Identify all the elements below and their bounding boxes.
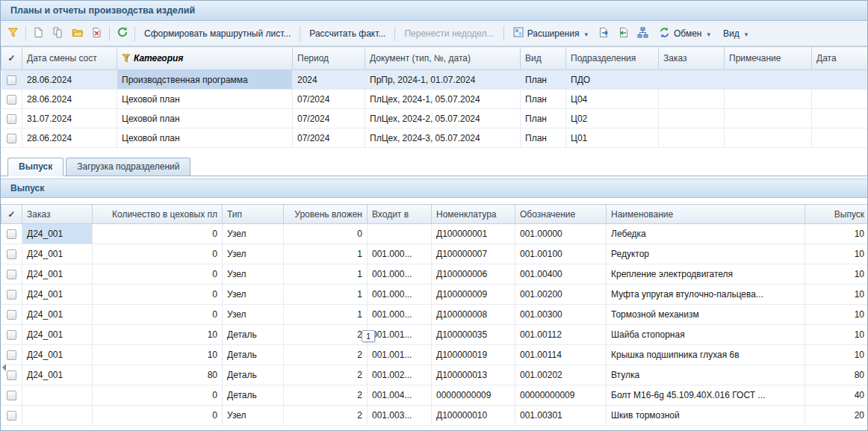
column-header[interactable]: Выпуск (805, 205, 868, 224)
table-cell[interactable]: Шкив тормозной (607, 406, 805, 426)
table-cell[interactable]: 2 (284, 345, 368, 365)
table-cell[interactable] (725, 90, 812, 109)
route-sheet-button[interactable]: Сформировать маршрутный лист... (139, 25, 296, 42)
row-select-cell[interactable] (1, 224, 22, 244)
column-header[interactable]: Заказ (22, 205, 93, 224)
table-cell[interactable]: Д100000035 (432, 325, 515, 345)
row-checkbox[interactable] (7, 350, 16, 360)
table-cell[interactable]: 00000000009 (515, 385, 607, 406)
row-select-cell[interactable] (1, 264, 22, 285)
row-checkbox[interactable] (7, 114, 16, 124)
row-select-cell[interactable] (1, 90, 22, 109)
output-row[interactable]: 0Деталь2001.004...0000000000900000000009… (1, 385, 868, 406)
extensions-button[interactable]: Расширения (508, 24, 593, 43)
table-cell[interactable]: Д24_001 (22, 345, 93, 365)
output-row[interactable]: Д24_0010Узел1001.000...Д100000007001.001… (1, 244, 868, 264)
calc-fact-button[interactable]: Рассчитать факт... (304, 25, 391, 42)
row-select-cell[interactable] (1, 128, 22, 148)
table-cell[interactable]: Крышка подшипника глухая 6в (607, 345, 805, 365)
import-file-button[interactable] (614, 25, 633, 43)
table-cell[interactable]: 001.00301 (515, 406, 607, 426)
row-checkbox[interactable] (7, 134, 16, 143)
column-header[interactable]: Документ (тип, №, дата) (365, 47, 521, 70)
table-cell[interactable]: 001.00400 (515, 264, 607, 285)
table-cell[interactable]: Шайба стопорная (607, 325, 805, 345)
row-select-cell[interactable] (1, 70, 22, 90)
table-cell[interactable]: Д24_001 (22, 244, 93, 264)
table-cell[interactable]: Д100000009 (432, 285, 515, 305)
table-cell[interactable]: ПлЦех, 2024-2, 05.07.2024 (365, 109, 521, 128)
view-button[interactable]: Вид (718, 25, 753, 42)
table-cell[interactable]: 2 (284, 406, 368, 426)
table-cell[interactable]: Деталь (223, 325, 284, 345)
table-cell[interactable]: 2 (284, 385, 368, 406)
output-row[interactable]: Д24_00110Деталь2001.001...Д100000035001.… (1, 325, 868, 345)
tab-zagruzka-podrazdeleniy[interactable]: Загрузка подразделений (66, 158, 190, 176)
table-cell[interactable]: Муфта упругая втулочно-пальцева... (607, 285, 805, 305)
table-cell[interactable]: 80 (93, 365, 223, 385)
table-cell[interactable]: 001.00114 (515, 345, 607, 365)
table-cell[interactable]: 31.07.2024 (22, 109, 117, 128)
table-cell[interactable]: 0 (284, 224, 368, 244)
output-row[interactable]: Д24_0010Узел1001.000...Д100000008001.003… (1, 305, 868, 325)
table-cell[interactable]: 07/2024 (293, 90, 365, 109)
table-cell[interactable]: Ц04 (566, 90, 659, 109)
table-cell[interactable]: Д24_001 (22, 325, 93, 345)
table-cell[interactable]: 28.06.2024 (22, 90, 117, 109)
table-cell[interactable]: 001.004... (368, 385, 432, 406)
table-cell[interactable]: Д24_001 (22, 365, 93, 385)
column-header[interactable]: Уровень вложен (284, 205, 368, 224)
table-cell[interactable]: План (521, 70, 566, 90)
row-select-cell[interactable] (1, 385, 22, 406)
table-cell[interactable]: Д100000007 (432, 244, 515, 264)
table-cell[interactable]: Узел (223, 406, 284, 426)
table-cell[interactable] (812, 128, 868, 148)
table-cell[interactable]: Втулка (607, 365, 805, 385)
output-row[interactable]: Д24_00180Деталь2001.002...Д100000013001.… (1, 365, 868, 385)
row-select-cell[interactable] (1, 109, 22, 128)
open-button[interactable] (68, 25, 87, 43)
tab-vypusk[interactable]: Выпуск (7, 158, 63, 176)
row-select-cell[interactable] (1, 406, 22, 426)
row-checkbox[interactable] (7, 330, 16, 340)
table-cell[interactable] (725, 70, 812, 90)
table-cell[interactable]: 001.001... (368, 325, 432, 345)
table-cell[interactable]: 1 (284, 244, 368, 264)
table-cell[interactable]: 00000000009 (432, 385, 515, 406)
table-cell[interactable]: 001.00000 (515, 224, 607, 244)
column-header[interactable]: Входит в (368, 205, 432, 224)
table-cell[interactable]: 001.00202 (515, 365, 607, 385)
table-cell[interactable]: Д24_001 (22, 285, 93, 305)
table-cell[interactable] (659, 90, 725, 109)
table-cell[interactable]: Узел (223, 224, 284, 244)
row-select-cell[interactable] (1, 285, 22, 305)
row-select-cell[interactable] (1, 305, 22, 325)
column-header[interactable]: Количество в цеховых пл (93, 205, 223, 224)
table-cell[interactable]: 1 (284, 285, 368, 305)
column-header[interactable]: Наименование (607, 205, 805, 224)
table-cell[interactable]: План (521, 109, 566, 128)
row-checkbox[interactable] (7, 95, 16, 105)
table-cell[interactable]: 10 (805, 305, 868, 325)
row-select-cell[interactable] (1, 325, 22, 345)
table-cell[interactable]: Д100000001 (432, 224, 515, 244)
table-cell[interactable]: 40 (805, 385, 868, 406)
table-cell[interactable]: Д24_001 (22, 305, 93, 325)
table-cell[interactable]: 001.003... (368, 406, 432, 426)
table-cell[interactable] (659, 109, 725, 128)
table-cell[interactable]: Деталь (223, 365, 284, 385)
column-header[interactable]: Тип (223, 205, 284, 224)
table-cell[interactable]: 001.00112 (515, 325, 607, 345)
table-cell[interactable]: Цеховой план (117, 109, 293, 128)
table-cell[interactable]: 10 (93, 325, 223, 345)
table-cell[interactable]: ПлЦех, 2024-1, 05.07.2024 (365, 90, 521, 109)
table-cell[interactable]: 0 (93, 224, 223, 244)
table-cell[interactable]: 10 (805, 224, 868, 244)
table-cell[interactable]: 001.000... (368, 285, 432, 305)
column-header[interactable]: Примечание (725, 47, 812, 70)
row-checkbox[interactable] (7, 370, 16, 380)
table-cell[interactable]: ПлЦех, 2024-3, 05.07.2024 (365, 128, 521, 148)
table-cell[interactable]: 10 (805, 264, 868, 285)
table-cell[interactable] (812, 109, 868, 128)
table-cell[interactable]: 10 (805, 244, 868, 264)
